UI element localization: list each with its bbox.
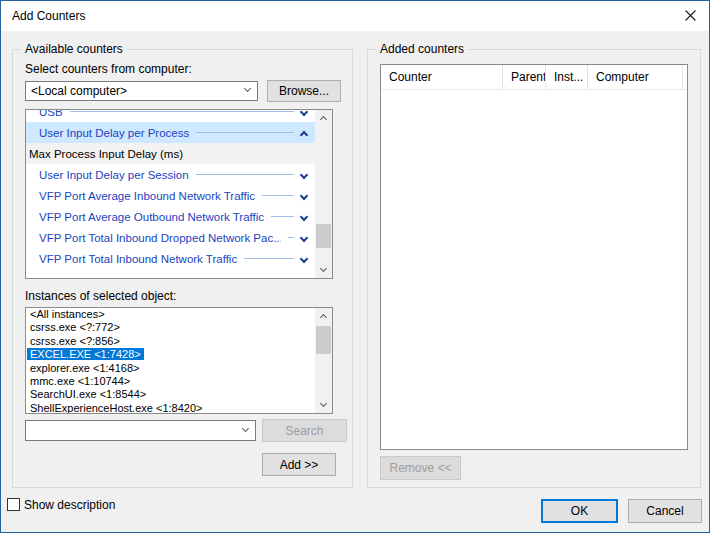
instance-label: explorer.exe <1:4168>	[30, 362, 139, 374]
cancel-button-label: Cancel	[646, 504, 683, 518]
remove-button-label: Remove <<	[389, 461, 451, 475]
scrollbar-thumb[interactable]	[316, 326, 331, 354]
chevron-down-icon[interactable]	[300, 110, 308, 116]
instance-label: csrss.exe <?:772>	[30, 321, 120, 333]
search-input[interactable]	[26, 421, 255, 440]
listview-header: Counter Parent Inst... Computer	[381, 65, 687, 90]
browse-button-label: Browse...	[279, 84, 329, 98]
counters-list-content: USB User Input Delay per Process Max Pro…	[26, 110, 315, 278]
add-button[interactable]: Add >>	[262, 453, 336, 476]
chevron-up-icon	[320, 116, 327, 123]
scroll-down-button[interactable]	[315, 396, 332, 413]
instances-label: Instances of selected object:	[25, 289, 176, 303]
counter-row-usb[interactable]: USB	[26, 110, 315, 122]
instance-label: csrss.exe <?:856>	[30, 335, 120, 347]
counter-label: VFP Port Total Inbound Network Traffic	[39, 253, 237, 265]
counters-list: USB User Input Delay per Process Max Pro…	[25, 109, 333, 279]
counters-scrollbar[interactable]	[315, 110, 332, 278]
chevron-down-icon[interactable]	[300, 170, 308, 178]
available-counters-label: Available counters	[21, 42, 127, 56]
computer-combo-value: <Local computer>	[26, 84, 127, 98]
added-counters-listview: Counter Parent Inst... Computer	[380, 64, 688, 450]
leader-line	[70, 111, 294, 112]
title-bar: Add Counters	[1, 1, 709, 31]
column-header-computer[interactable]: Computer	[588, 65, 683, 89]
leader-line	[271, 216, 294, 217]
add-button-label: Add >>	[280, 458, 319, 472]
column-header-instance[interactable]: Inst...	[546, 65, 588, 89]
scroll-down-button[interactable]	[315, 261, 332, 278]
scroll-up-button[interactable]	[315, 308, 332, 325]
counter-row-vfp-avg-inbound[interactable]: VFP Port Average Inbound Network Traffic	[26, 185, 315, 206]
ok-button[interactable]: OK	[541, 499, 618, 523]
instance-row-selected[interactable]: EXCEL.EXE <1:7428>	[26, 348, 315, 361]
browse-button[interactable]: Browse...	[267, 80, 341, 102]
instance-label: EXCEL.EXE <1:7428>	[27, 348, 144, 360]
search-button-label: Search	[285, 424, 323, 438]
instance-row[interactable]: ShellExperienceHost.exe <1:8420>	[26, 402, 315, 413]
counter-row-vfp-total-dropped[interactable]: VFP Port Total Inbound Dropped Network P…	[26, 227, 315, 248]
leader-line	[196, 132, 294, 133]
add-counters-dialog: Add Counters Available counters Select c…	[0, 0, 710, 533]
leader-line	[196, 174, 294, 175]
counter-row-user-input-delay-per-process[interactable]: User Input Delay per Process	[26, 122, 315, 143]
counter-label: USB	[39, 110, 63, 118]
instances-list: <All instances> csrss.exe <?:772> csrss.…	[25, 307, 333, 414]
leader-line	[262, 195, 294, 196]
dialog-title: Add Counters	[12, 9, 85, 23]
counter-row-vfp-avg-outbound[interactable]: VFP Port Average Outbound Network Traffi…	[26, 206, 315, 227]
instances-scrollbar[interactable]	[315, 308, 332, 413]
added-counters-group: Added counters Counter Parent Inst... Co…	[367, 49, 701, 488]
chevron-down-icon	[320, 400, 327, 407]
instance-row[interactable]: <All instances>	[26, 308, 315, 321]
leader-line	[288, 237, 294, 238]
instance-label: ShellExperienceHost.exe <1:8420>	[30, 402, 202, 413]
instance-label: mmc.exe <1:10744>	[30, 375, 130, 387]
show-description-label[interactable]: Show description	[24, 498, 115, 512]
counter-label: Max Process Input Delay (ms)	[29, 148, 183, 160]
select-computer-label: Select counters from computer:	[25, 62, 192, 76]
instance-row[interactable]: csrss.exe <?:856>	[26, 335, 315, 348]
counter-row-vfp-total-inbound[interactable]: VFP Port Total Inbound Network Traffic	[26, 248, 315, 269]
close-button[interactable]	[674, 1, 706, 30]
chevron-up-icon[interactable]	[300, 130, 308, 138]
leader-line	[244, 258, 294, 259]
computer-combo[interactable]: <Local computer>	[25, 81, 258, 101]
instance-row[interactable]: SearchUI.exe <1:8544>	[26, 388, 315, 401]
counter-label: VFP Port Average Inbound Network Traffic	[39, 190, 255, 202]
chevron-down-icon[interactable]	[300, 212, 308, 220]
column-header-parent[interactable]: Parent	[503, 65, 546, 89]
instances-list-content: <All instances> csrss.exe <?:772> csrss.…	[26, 308, 315, 413]
counter-label: User Input Delay per Process	[39, 127, 189, 139]
counter-label: VFP Port Average Outbound Network Traffi…	[39, 211, 264, 223]
chevron-down-icon[interactable]	[300, 233, 308, 241]
show-description-checkbox[interactable]	[7, 498, 20, 511]
counter-row-max-process-input-delay[interactable]: Max Process Input Delay (ms)	[26, 143, 315, 164]
chevron-down-icon[interactable]	[244, 85, 251, 92]
instance-label: <All instances>	[30, 308, 105, 320]
remove-button[interactable]: Remove <<	[380, 456, 461, 480]
counter-label: VFP Port Total Inbound Dropped Network P…	[39, 232, 281, 244]
cancel-button[interactable]: Cancel	[628, 499, 702, 523]
counter-label: User Input Delay per Session	[39, 169, 189, 181]
instance-row[interactable]: explorer.exe <1:4168>	[26, 362, 315, 375]
search-combo[interactable]	[25, 420, 256, 441]
added-counters-label: Added counters	[376, 42, 468, 56]
instance-label: SearchUI.exe <1:8544>	[30, 388, 146, 400]
chevron-down-icon[interactable]	[300, 191, 308, 199]
chevron-down-icon	[320, 265, 327, 272]
scrollbar-thumb[interactable]	[316, 224, 331, 248]
chevron-down-icon[interactable]	[300, 254, 308, 262]
search-button[interactable]: Search	[262, 419, 347, 442]
column-header-counter[interactable]: Counter	[381, 65, 503, 89]
instance-row[interactable]: csrss.exe <?:772>	[26, 321, 315, 334]
counter-row-user-input-delay-per-session[interactable]: User Input Delay per Session	[26, 164, 315, 185]
chevron-up-icon	[320, 314, 327, 321]
scroll-up-button[interactable]	[315, 110, 332, 127]
close-icon	[685, 10, 696, 21]
instance-row[interactable]: mmc.exe <1:10744>	[26, 375, 315, 388]
ok-button-label: OK	[571, 504, 588, 518]
